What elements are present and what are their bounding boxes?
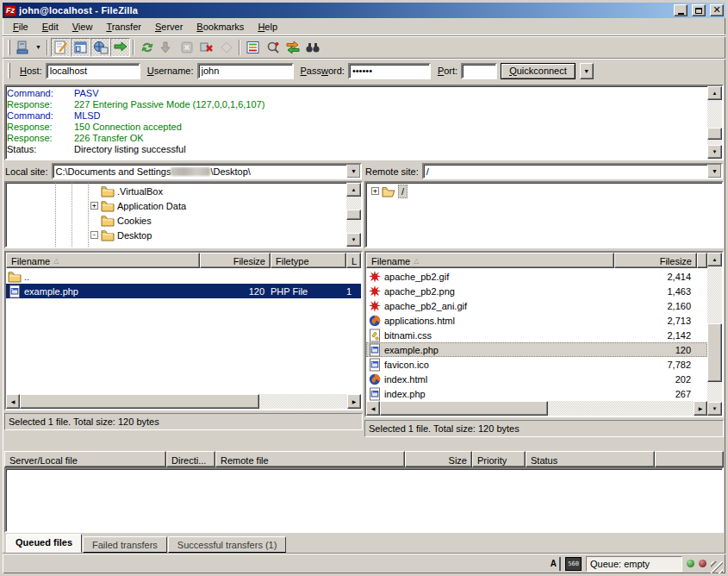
- column-filetype[interactable]: Filetype: [271, 253, 346, 268]
- menu-bookmarks[interactable]: Bookmarks: [190, 19, 251, 34]
- scroll-right-button[interactable]: ▶: [347, 394, 361, 409]
- quickconnect-dropdown[interactable]: ▼: [580, 63, 594, 79]
- tree-item-cookies[interactable]: Cookies: [6, 213, 346, 228]
- collapse-icon[interactable]: -: [90, 231, 98, 239]
- remote-horizontal-scrollbar[interactable]: ◀ ▶: [366, 401, 707, 416]
- scroll-thumb[interactable]: [20, 394, 259, 409]
- process-queue-button[interactable]: [157, 38, 177, 57]
- sort-ascending-icon: △: [414, 258, 419, 265]
- file-row[interactable]: apache_pb2.png 1,463: [366, 284, 707, 298]
- scroll-up-button[interactable]: ▲: [346, 183, 361, 197]
- tab-failed-transfers[interactable]: Failed transfers: [83, 536, 167, 553]
- local-horizontal-scrollbar[interactable]: ◀ ▶: [6, 394, 361, 409]
- column-remote-file[interactable]: Remote file: [215, 451, 405, 467]
- file-row-example-php[interactable]: example.php 120 PHP File 1: [6, 284, 361, 298]
- quickconnect-button[interactable]: Quickconnect: [501, 63, 576, 79]
- scroll-thumb[interactable]: [380, 401, 548, 416]
- local-site-dropdown-button[interactable]: ▼: [346, 164, 361, 178]
- scroll-down-button[interactable]: ▼: [707, 402, 722, 416]
- column-filesize[interactable]: Filesize: [200, 253, 271, 268]
- scroll-thumb[interactable]: [346, 210, 361, 220]
- local-site-combobox[interactable]: C:\Documents and Settings\Desktop\ ▼: [52, 163, 362, 179]
- refresh-button[interactable]: [137, 38, 157, 57]
- file-row-selected[interactable]: example.php 120: [366, 342, 707, 357]
- column-status[interactable]: Status: [526, 451, 655, 467]
- reconnect-button[interactable]: [216, 38, 236, 57]
- quickconnect-grip[interactable]: [8, 63, 10, 78]
- scroll-right-button[interactable]: ▶: [694, 401, 707, 416]
- tab-successful-transfers[interactable]: Successful transfers (1): [168, 536, 287, 553]
- column-priority[interactable]: Priority: [472, 451, 526, 467]
- scroll-left-button[interactable]: ◀: [366, 401, 380, 416]
- menu-server[interactable]: Server: [148, 19, 190, 34]
- menu-help[interactable]: Help: [251, 19, 284, 34]
- window-resize-grip[interactable]: [711, 561, 723, 573]
- scroll-down-button[interactable]: ▼: [346, 233, 361, 247]
- tab-queued-files[interactable]: Queued files: [6, 534, 82, 553]
- remote-site-combobox[interactable]: / ▼: [422, 163, 723, 179]
- port-input[interactable]: [463, 66, 495, 77]
- tree-item-virtualbox[interactable]: .VirtualBox: [6, 184, 346, 198]
- find-files-button[interactable]: [302, 38, 322, 57]
- toolbar-grip[interactable]: [8, 40, 10, 55]
- site-manager-dropdown[interactable]: ▼: [33, 38, 44, 57]
- message-log-scrollbar[interactable]: ▲ ▼: [707, 86, 722, 159]
- file-row[interactable]: index.html 202: [366, 372, 707, 386]
- file-row[interactable]: apache_pb2.gif 2,414: [366, 269, 707, 284]
- remote-vertical-scrollbar[interactable]: ▲ ▼: [707, 253, 722, 416]
- tree-item-root[interactable]: + /: [366, 184, 722, 198]
- browser-panes: Local site: C:\Documents and Settings\De…: [3, 162, 725, 448]
- title-bar[interactable]: Fz john@localhost - FileZilla ✕: [3, 3, 725, 18]
- scroll-up-button[interactable]: ▲: [707, 253, 722, 266]
- expand-icon[interactable]: +: [371, 187, 379, 195]
- column-size[interactable]: Size: [405, 451, 472, 467]
- tree-item-application-data[interactable]: +Application Data: [6, 198, 346, 213]
- column-server-local-file[interactable]: Server/Local file: [4, 451, 166, 467]
- toggle-message-log-button[interactable]: [51, 38, 71, 57]
- process-queue-icon: [159, 41, 175, 54]
- remote-tree-icon: [93, 41, 109, 54]
- column-filesize[interactable]: Filesize: [614, 253, 697, 268]
- file-row[interactable]: index.php 267: [366, 386, 707, 401]
- column-filename[interactable]: Filename△: [6, 253, 200, 268]
- password-input[interactable]: [350, 66, 429, 77]
- directory-listing-filters-button[interactable]: [243, 38, 263, 57]
- column-filename[interactable]: Filename△: [366, 253, 614, 268]
- expand-icon[interactable]: +: [90, 202, 98, 210]
- column-direction[interactable]: Directi...: [166, 451, 215, 467]
- file-row[interactable]: apache_pb2_ani.gif 2,160: [366, 298, 707, 313]
- synchronized-browsing-button[interactable]: [283, 38, 302, 57]
- scroll-down-button[interactable]: ▼: [707, 145, 722, 159]
- site-manager-button[interactable]: [13, 38, 33, 57]
- maximize-button[interactable]: [692, 4, 706, 16]
- file-row[interactable]: applications.html 2,713: [366, 313, 707, 328]
- remote-site-dropdown-button[interactable]: ▼: [707, 164, 722, 178]
- menu-transfer[interactable]: Transfer: [99, 19, 148, 34]
- column-last-modified[interactable]: L: [346, 253, 361, 268]
- tree-item-desktop[interactable]: -Desktop: [6, 228, 346, 242]
- directory-comparison-button[interactable]: [263, 38, 283, 57]
- cancel-operation-button[interactable]: [177, 38, 196, 57]
- toggle-transfer-queue-button[interactable]: [110, 38, 130, 57]
- file-row[interactable]: bitnami.css 2,142: [366, 328, 707, 342]
- username-input[interactable]: [199, 66, 292, 77]
- scroll-left-button[interactable]: ◀: [6, 394, 20, 409]
- scroll-thumb[interactable]: [707, 128, 722, 140]
- menu-view[interactable]: View: [65, 19, 100, 34]
- menu-file[interactable]: File: [6, 19, 35, 34]
- menu-edit[interactable]: Edit: [35, 19, 65, 34]
- scroll-up-button[interactable]: ▲: [707, 86, 722, 100]
- host-input[interactable]: [47, 66, 139, 77]
- app-icon[interactable]: Fz: [4, 5, 16, 16]
- transfer-type-indicator-icon[interactable]: A: [549, 557, 561, 571]
- minimize-button[interactable]: [674, 4, 688, 16]
- file-row-updir[interactable]: ..: [6, 269, 361, 284]
- disconnect-button[interactable]: [196, 38, 216, 57]
- scroll-thumb[interactable]: [707, 323, 722, 382]
- file-row[interactable]: favicon.ico 7,782: [366, 357, 707, 372]
- speed-limits-indicator-icon[interactable]: 560: [565, 557, 582, 571]
- toggle-remote-tree-button[interactable]: [90, 38, 110, 57]
- close-button[interactable]: ✕: [710, 4, 724, 16]
- toggle-local-tree-button[interactable]: [71, 38, 90, 57]
- local-tree-scrollbar[interactable]: ▲ ▼: [346, 183, 361, 247]
